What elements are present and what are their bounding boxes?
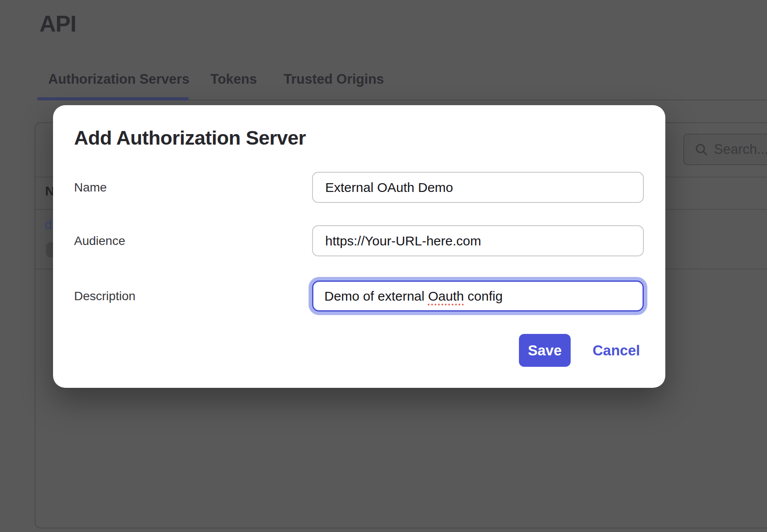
cancel-button[interactable]: Cancel [593,334,640,367]
description-field[interactable]: Demo of external Oauth config [312,280,644,312]
description-misspelled-word: Oauth [428,289,464,303]
active-tab-underline [37,97,188,100]
audience-label: Audience [74,225,125,256]
search-placeholder: Search... [714,142,767,157]
search-icon [695,143,708,156]
add-authorization-server-dialog: Add Authorization Server Name Audience D… [53,105,665,388]
tab-trusted-origins[interactable]: Trusted Origins [284,72,384,87]
description-label: Description [74,280,135,312]
name-label: Name [74,172,107,203]
search-input[interactable]: Search... [683,134,767,165]
page-title: API [39,11,76,36]
table-row-link-partial[interactable]: d [45,218,52,231]
audience-field[interactable] [312,225,644,256]
tab-authorization-servers[interactable]: Authorization Servers [48,72,189,87]
description-text: Demo of external [324,289,428,303]
tab-tokens[interactable]: Tokens [210,72,257,87]
dialog-title: Add Authorization Server [74,127,306,149]
save-button[interactable]: Save [519,334,571,367]
description-text: config [464,289,503,303]
name-field[interactable] [312,172,644,203]
